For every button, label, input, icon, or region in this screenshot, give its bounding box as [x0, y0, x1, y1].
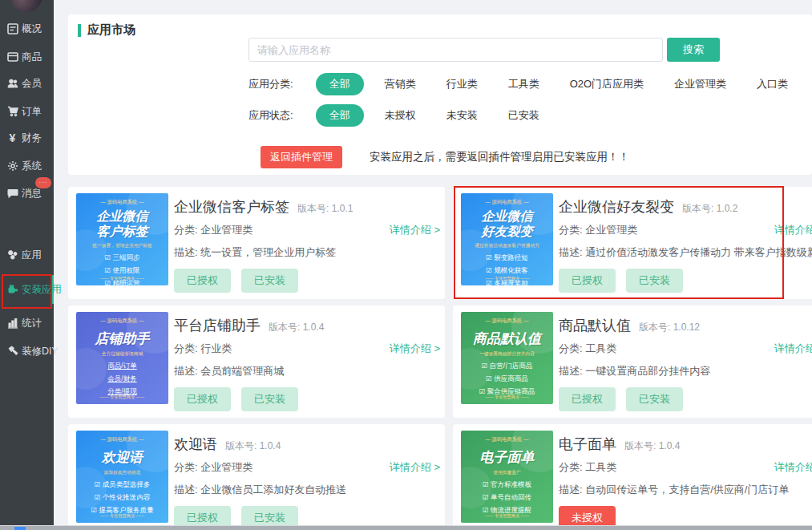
tile-brand-text: — 源码电商系统 —: [81, 436, 164, 443]
yen-icon: ¥: [6, 132, 18, 144]
app-card-platform-shop-assistant: — 源码电商系统 — 店铺助手 全方位辅助管理商城 商品/订单 会员/财务 分类…: [68, 305, 445, 418]
category-filter-row: 应用分类: 全部 营销类 行业类 工具类 O2O门店应用类 企业管理类 入口类: [248, 73, 809, 95]
app-market-panel: 应用市场 搜索 应用分类: 全部 营销类 行业类 工具类 O2O门店应用类 企业…: [68, 14, 812, 175]
sidebar-item-decorate-diy[interactable]: 装修DIY: [0, 342, 54, 361]
tile-subtitle-text: 一键设置商品部分挂件内容: [469, 350, 544, 357]
sidebar-item-stats[interactable]: 统计: [0, 314, 54, 333]
sidebar-item-label: 应用: [22, 249, 42, 262]
chat-bubble-icon: [6, 188, 18, 200]
app-cover-image: — 源码电商系统 — 欢迎语 添加好友自动推送 ☑ 成员类型选择多 ☑ 个性化推…: [76, 431, 168, 523]
members-icon: [6, 78, 18, 90]
detail-link[interactable]: 详情介绍 >: [390, 460, 440, 475]
tile-bullet-list: ☑ 自营/门店商品 ☑ 供应商商品 ☑ 聚合供应链商品: [461, 360, 553, 398]
sidebar-item-members[interactable]: 会员: [0, 74, 54, 93]
app-version: 版本号: 1.0.4: [624, 439, 680, 453]
app-version: 版本号: 1.0.4: [225, 439, 281, 453]
tile-title-text: 电子面单: [461, 450, 553, 466]
sidebar-item-apps[interactable]: 应用: [0, 245, 54, 265]
app-card-welcome-message: — 源码电商系统 — 欢迎语 添加好友自动推送 ☑ 成员类型选择多 ☑ 个性化推…: [68, 424, 445, 530]
app-description: 描述: 会员前端管理商城: [174, 364, 284, 378]
search-button[interactable]: 搜索: [667, 38, 720, 62]
page-title-row: 应用市场: [78, 22, 135, 38]
overview-icon: [6, 23, 18, 35]
tile-footer-text: —— 专业智慧商业 ——: [86, 513, 160, 519]
badge-row: 已授权 已安装: [559, 269, 683, 293]
category-option-entry[interactable]: 入口类: [747, 73, 798, 95]
sidebar-item-orders[interactable]: 订单: [0, 102, 54, 121]
app-version: 版本号: 1.0.1: [297, 202, 353, 216]
category-option-all[interactable]: 全部: [316, 73, 364, 95]
sidebar-item-label: 装修DIY: [22, 345, 59, 358]
tile-footer-text: —— 专业智慧商业 ——: [471, 394, 544, 400]
authorized-badge: 已授权: [174, 387, 231, 411]
category-option-o2o-store[interactable]: O2O门店应用类: [560, 73, 653, 95]
app-card-wecom-customer-tag: — 源码电商系统 — 企业微信 客户标签 统一设置，管理企业用户标签 ☑ 三端同…: [68, 187, 445, 299]
app-category: 分类: 企业管理类: [559, 223, 637, 237]
sidebar-item-label: 概况: [22, 22, 42, 36]
tile-subtitle-text: 统一设置，管理企业用户标签: [84, 242, 160, 249]
badge-row: 已授权 已安装: [174, 269, 298, 293]
authorized-badge: 已授权: [559, 269, 616, 293]
app-title: 商品默认值: [559, 316, 631, 335]
tile-bullet-list: ☑ 官方标准模板 ☑ 单号自动回传 ☑ 物流进度提醒: [461, 479, 553, 516]
badge-row: 已授权 已安装: [174, 387, 298, 411]
category-option-industry[interactable]: 行业类: [437, 73, 487, 95]
goods-icon: [6, 51, 18, 63]
hammer-icon: [6, 346, 18, 358]
status-option-not-installed[interactable]: 未安装: [437, 104, 487, 127]
sidebar-item-label: 安装应用: [22, 283, 62, 297]
tile-brand-text: — 源码电商系统 —: [81, 318, 164, 325]
tile-subtitle-text: 通过价值活动激发客户传播动力: [469, 242, 544, 249]
app-search-input[interactable]: [248, 38, 663, 62]
category-option-tools[interactable]: 工具类: [499, 73, 549, 95]
plugin-notice-row: 返回插件管理 安装应用之后，需要返回插件管理启用已安装应用！！: [261, 146, 629, 168]
search-row: 搜索: [248, 38, 720, 62]
detail-link[interactable]: 详情介绍 >: [390, 223, 440, 237]
app-cover-image: — 源码电商系统 — 企业微信 客户标签 统一设置，管理企业用户标签 ☑ 三端同…: [76, 193, 168, 285]
detail-link[interactable]: 详情介绍 >: [774, 460, 812, 475]
app-card-electronic-waybill: — 源码电商系统 — 电子面单 使用页覆盖广 ☑ 官方标准模板 ☑ 单号自动回传…: [453, 424, 812, 530]
detail-link[interactable]: 详情介绍 >: [390, 342, 440, 356]
card-title-row: 电子面单 版本号: 1.0.4: [559, 435, 680, 454]
app-card-product-default-value: — 源码电商系统 — 商品默认值 一键设置商品部分挂件内容 ☑ 自营/门店商品 …: [453, 305, 812, 418]
user-avatar[interactable]: [10, 0, 42, 12]
back-to-plugin-manager-button[interactable]: 返回插件管理: [261, 146, 342, 168]
app-version: 版本号: 1.0.12: [639, 321, 700, 334]
detail-link[interactable]: 详情介绍 >: [774, 223, 812, 237]
category-option-marketing[interactable]: 营销类: [375, 73, 426, 95]
app-version: 版本号: 1.0.2: [682, 202, 737, 216]
detail-link[interactable]: 详情介绍 >: [774, 342, 812, 356]
card-title-row: 欢迎语 版本号: 1.0.4: [174, 435, 281, 454]
app-description: 描述: 企业微信员工添加好友自动推送: [174, 483, 346, 497]
sidebar-item-messages[interactable]: 消息 ···: [0, 184, 54, 203]
main-content: 应用市场 搜索 应用分类: 全部 营销类 行业类 工具类 O2O门店应用类 企业…: [54, 0, 812, 525]
status-option-all[interactable]: 全部: [316, 104, 364, 127]
apps-icon: [6, 249, 18, 261]
app-category: 分类: 工具类: [559, 342, 616, 356]
bar-chart-icon: [6, 318, 18, 330]
installed-badge: 已安装: [241, 387, 298, 411]
category-option-enterprise[interactable]: 企业管理类: [665, 73, 736, 95]
card-title-row: 企业微信好友裂变 版本号: 1.0.2: [559, 197, 737, 216]
tile-title-text: 商品默认值: [461, 331, 553, 347]
app-cover-image: — 源码电商系统 — 企业微信 好友裂变 通过价值活动激发客户传播动力 ☑ 裂变…: [461, 193, 553, 285]
tile-title-text: 企业微信 好友裂变: [461, 208, 553, 239]
status-option-installed[interactable]: 已安装: [499, 104, 549, 127]
app-description: 描述: 一键设置商品部分挂件内容: [559, 364, 710, 378]
status-option-unauthorized[interactable]: 未授权: [375, 104, 426, 127]
tile-brand-text: — 源码电商系统 —: [466, 199, 549, 206]
sidebar-item-overview[interactable]: 概况: [0, 19, 54, 38]
message-count-badge: ···: [35, 177, 51, 188]
sidebar-item-goods[interactable]: 商品: [0, 47, 54, 67]
app-description: 描述: 统一设置，管理企业用户标签: [174, 245, 336, 260]
app-cover-image: — 源码电商系统 — 电子面单 使用页覆盖广 ☑ 官方标准模板 ☑ 单号自动回传…: [461, 431, 553, 523]
cart-icon: [6, 106, 18, 118]
card-title-row: 商品默认值 版本号: 1.0.12: [559, 316, 700, 335]
gear-icon: [6, 160, 18, 172]
badge-row: 已授权 已安装: [559, 387, 683, 411]
sidebar: 概况 商品 会员 订单 ¥ 财务 系统 消息 ··· 应用 安装应用 统计: [0, 0, 54, 525]
sidebar-item-finance[interactable]: ¥ 财务: [0, 128, 54, 148]
sidebar-item-system[interactable]: 系统: [0, 156, 54, 176]
sidebar-item-installed-apps[interactable]: 安装应用: [0, 280, 54, 299]
install-plugin-icon: [6, 284, 18, 296]
